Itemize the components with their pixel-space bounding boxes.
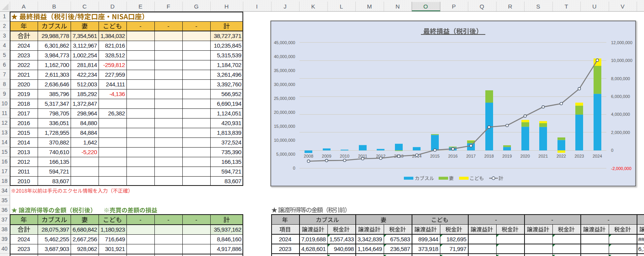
svg-text:5,000,000: 5,000,000 <box>276 152 295 156</box>
svg-text:2021: 2021 <box>538 154 548 158</box>
svg-text:20,000,000: 20,000,000 <box>274 110 295 115</box>
svg-text:2022: 2022 <box>556 154 566 158</box>
svg-text:6,000,000: 6,000,000 <box>611 94 630 99</box>
svg-text:-2,000,000: -2,000,000 <box>611 166 632 171</box>
svg-text:2020: 2020 <box>520 154 530 158</box>
svg-text:30,000,000: 30,000,000 <box>274 82 295 87</box>
svg-text:2015: 2015 <box>430 154 440 158</box>
svg-text:2009: 2009 <box>322 154 331 158</box>
svg-text:12,000,000: 12,000,000 <box>611 40 632 45</box>
svg-text:40,000,000: 40,000,000 <box>274 54 295 59</box>
svg-text:2,000,000: 2,000,000 <box>611 130 630 135</box>
svg-text:10,000,000: 10,000,000 <box>611 58 632 63</box>
svg-text:15,000,000: 15,000,000 <box>274 124 295 129</box>
svg-text:25,000,000: 25,000,000 <box>274 96 295 101</box>
svg-text:2017: 2017 <box>466 154 476 158</box>
svg-text:8,000,000: 8,000,000 <box>611 76 630 81</box>
svg-text:4,000,000: 4,000,000 <box>611 112 630 117</box>
svg-text:2024: 2024 <box>592 154 602 158</box>
svg-text:45,000,000: 45,000,000 <box>274 40 295 45</box>
svg-text:2023: 2023 <box>575 154 584 158</box>
svg-text:0: 0 <box>293 166 295 170</box>
svg-text:35,000,000: 35,000,000 <box>274 68 295 73</box>
svg-text:0: 0 <box>611 148 613 153</box>
svg-text:10,000,000: 10,000,000 <box>274 138 295 143</box>
svg-text:2019: 2019 <box>502 154 512 158</box>
svg-text:2008: 2008 <box>304 154 313 158</box>
svg-text:2016: 2016 <box>448 154 457 158</box>
svg-text:2018: 2018 <box>484 154 493 158</box>
svg-text:2010: 2010 <box>340 154 349 158</box>
